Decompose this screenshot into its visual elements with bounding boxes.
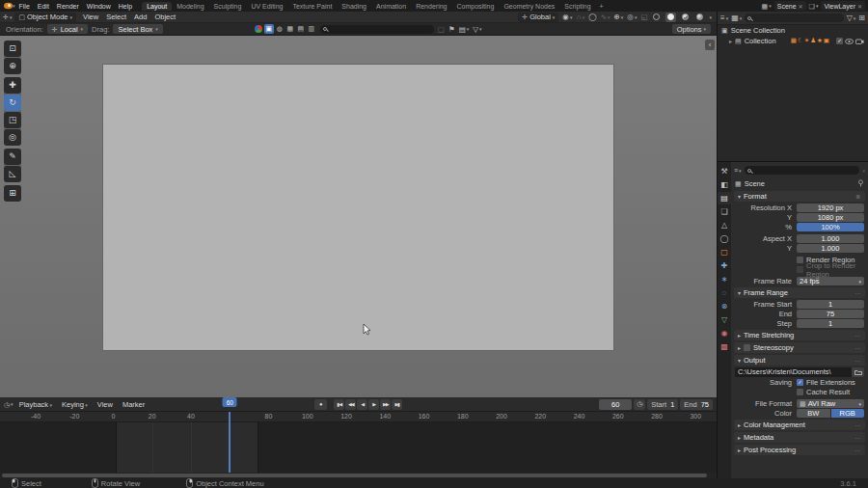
tab-compositing[interactable]: Compositing [451,2,499,11]
tool-measure[interactable]: ◺ [4,166,21,182]
falloff-select[interactable]: ∿ ▾ [601,13,610,21]
browse-id-icon[interactable] [254,24,263,34]
pin-icon[interactable] [857,179,864,187]
snap-toggle[interactable]: ∩ ▾ [576,13,584,21]
file-browse-button[interactable] [852,367,864,377]
frame-step-field[interactable]: 1 [797,319,864,328]
options-button[interactable]: Options ▾ [672,24,711,34]
particle-properties-tab[interactable]: ∗ [718,273,731,285]
output-path-field[interactable]: C:\Users\Kristen\Documents\ [735,367,852,377]
play-reverse-button[interactable]: ◀ [357,399,367,410]
section-frame-range[interactable]: ▾ Frame Range ⋯ [734,287,865,298]
timeline-editor-type-select[interactable]: ◷ ▾ [4,401,14,408]
scrollbar-thumb[interactable] [2,474,707,477]
timeline-ruler[interactable]: -40-200204080100120140160180200220240260… [0,412,717,422]
playhead-line[interactable] [229,412,231,473]
tab-rendering[interactable]: Rendering [411,2,451,11]
close-icon[interactable]: ✕ [857,3,862,10]
timeline-menu-marker[interactable]: Marker [119,400,149,409]
tab-shading[interactable]: Shading [337,2,371,11]
resolution-y-field[interactable]: 1080 px [797,213,864,222]
properties-search-input[interactable] [745,166,860,175]
cache-result-checkbox[interactable]: Cache Result [797,388,864,396]
properties-editor-type-select[interactable]: ≡ ▾ [734,167,742,174]
texture-properties-tab[interactable]: ▩ [718,340,731,353]
add-workspace-button[interactable]: + [596,3,608,10]
constraint-properties-tab[interactable]: ⊗ [718,300,731,312]
shading-material-button[interactable] [680,13,691,22]
viewport-menu-select[interactable]: Select [102,13,130,21]
color-rgb-button[interactable]: RGB [831,409,865,418]
resolution-pct-slider[interactable]: 100% [797,223,864,231]
search-input[interactable] [320,25,434,34]
sphere-icon[interactable]: ◍ [275,24,285,34]
scene-properties-tab[interactable]: △ [718,219,731,231]
tab-geometry-nodes[interactable]: Geometry Nodes [499,2,559,11]
viewport-3d[interactable]: ⊡⊕✚↻◳◎✎◺⊞ ‹ [0,36,717,397]
frame-start-input[interactable]: Start 1 [647,399,678,410]
outliner-filter-button[interactable]: ▽ ▾ [847,14,856,22]
presets-icon[interactable]: ≣ [855,193,861,200]
menu-window[interactable]: Window [83,3,115,10]
section-stereoscopy[interactable]: ▸ Stereoscopy ⋯ [734,342,865,353]
tab-sculpting[interactable]: Sculpting [209,2,247,11]
drag-select[interactable]: Select Box ▾ [113,24,162,34]
tool-orientation-select[interactable]: ✛ Local ▾ [47,24,88,34]
viewlayer-selector[interactable]: ViewLayer ✕ [821,1,865,11]
menu-render[interactable]: Render [53,3,83,10]
menu-help[interactable]: Help [115,3,136,10]
menu-file[interactable]: File [15,3,34,10]
new-collection-button[interactable]: ⊞ [858,14,865,22]
section-color-management[interactable]: ▸ Color Management ⋯ [734,420,865,430]
editor-type-select[interactable]: ✛ ▾ [3,14,12,20]
outliner-filter-id-select[interactable]: ▦ ▾ [731,14,742,22]
color-bw-button[interactable]: BW [797,409,830,418]
viewport-menu-add[interactable]: Add [130,13,150,21]
proportional-editing-toggle[interactable]: ◯ [588,13,596,21]
section-output[interactable]: ▾ Output ⋯ [734,355,865,366]
file-format-select[interactable]: ▩ AVI Raw ▾ [797,399,864,408]
crop-region-checkbox[interactable]: Crop to Render Region [797,261,864,279]
render-properties-tab[interactable]: ◧ [718,178,731,191]
mode-select[interactable]: ▢ Object Mode ▾ [14,13,76,22]
blender-logo-icon[interactable] [3,2,13,10]
xray-toggle[interactable]: ◱ [640,13,647,21]
jump-to-end-button[interactable]: ▶▮ [392,399,402,410]
render-camera-icon[interactable] [855,39,864,44]
shading-solid-button[interactable] [665,13,676,22]
scene-collection-row[interactable]: ▣ Scene Collection [718,25,868,36]
stereoscopy-checkbox[interactable] [744,344,750,351]
file-extensions-checkbox[interactable]: ✓ File Extensions [797,378,864,387]
expand-icon[interactable]: ▸ [729,38,732,44]
menu-edit[interactable]: Edit [34,3,53,10]
outliner-search-input[interactable] [745,14,843,22]
tab-scripting[interactable]: Scripting [559,2,595,11]
scene-selector[interactable]: Scene ✕ [774,1,806,11]
tool-annotate[interactable]: ✎ [4,149,21,165]
viewport-menu-view[interactable]: View [79,13,102,21]
frame-end-field[interactable]: 75 [797,310,864,318]
output-properties-tab[interactable]: ▤ [718,192,731,204]
image-icon[interactable]: ▤ [296,24,306,34]
section-post-processing[interactable]: ▸ Post Processing ⋯ [734,445,865,455]
physics-properties-tab[interactable]: ◌ [718,286,731,299]
auto-keying-toggle[interactable]: ● [314,399,327,410]
gizmo-select[interactable]: ⊕ ▾ [614,13,624,21]
playhead-label[interactable]: 60 [223,397,237,407]
outliner-display-mode-select[interactable]: ≡ ▾ [720,14,728,22]
timeline-tracks[interactable] [0,422,717,473]
aspect-y-field[interactable]: 1.000 [797,244,864,253]
transform-orientation-select[interactable]: ✛ Global ▾ [518,13,558,22]
close-icon[interactable]: ✕ [799,3,803,10]
tab-uv-editing[interactable]: UV Editing [246,2,287,11]
tool-properties-tab[interactable]: ⚒ [718,165,731,177]
timeline-menu-playback[interactable]: Playback ▾ [15,400,56,409]
filter-select[interactable]: ▽ ▾ [473,25,481,34]
mode-set-icon[interactable]: ▣ [264,24,274,34]
play-button[interactable]: ▶ [368,399,379,410]
printer-icon[interactable]: ▥ [307,24,316,34]
checkbox-icon[interactable]: ▢ [438,25,445,34]
viewport-menu-object[interactable]: Object [150,13,179,21]
frame-end-input[interactable]: End 75 [680,399,713,410]
hide-eye-icon[interactable] [845,39,854,44]
